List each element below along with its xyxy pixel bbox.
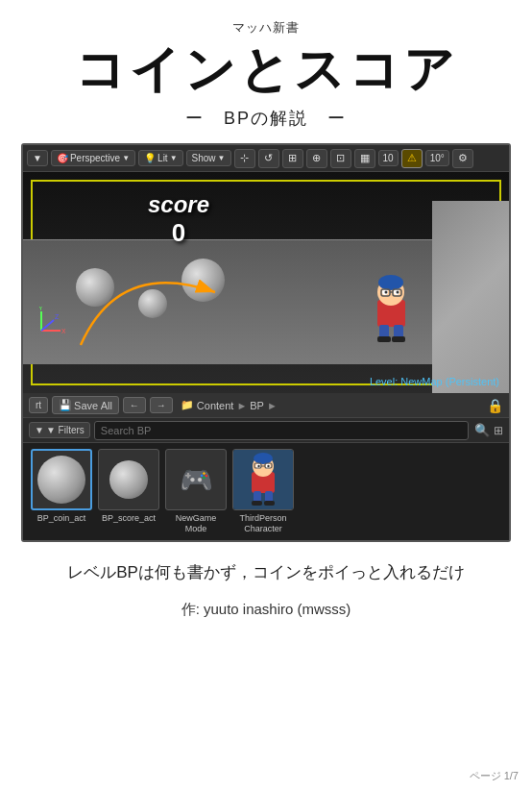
author-text: 作: yuuto inashiro (mwsss) <box>181 601 351 619</box>
asset-label-coin: BP_coin_act <box>37 513 86 524</box>
coin-sphere-thumb <box>37 456 85 504</box>
score-value: 0 <box>148 218 209 248</box>
perspective-label: Perspective <box>70 153 120 163</box>
forward-btn[interactable]: → <box>150 397 173 413</box>
show-label: Show <box>192 153 216 163</box>
svg-text:Z: Z <box>55 313 60 320</box>
breadcrumb: 📁 Content ► BP ► <box>181 399 278 411</box>
angle-num[interactable]: 10° <box>425 150 449 166</box>
show-arrow: ▼ <box>218 154 226 162</box>
asset-bp-coin-act[interactable]: BP_coin_act <box>29 449 94 534</box>
rotate-tool-btn[interactable]: ↺ <box>258 149 279 168</box>
breadcrumb-sep: ► <box>236 400 247 411</box>
move-tool-btn[interactable]: ⊹ <box>234 149 255 168</box>
score-label: score <box>148 191 209 218</box>
score-sphere-thumb <box>109 460 148 499</box>
toolbar-dropdown-btn[interactable]: ▼ <box>27 150 48 166</box>
lock-icon[interactable]: 🔒 <box>487 398 503 413</box>
snap-num[interactable]: 10 <box>378 150 399 166</box>
asset-third-person-char[interactable]: ThirdPersonCharacter <box>230 449 296 534</box>
asset-bp-score-act[interactable]: BP_score_act <box>96 449 161 534</box>
svg-point-23 <box>254 453 273 464</box>
character <box>360 273 423 345</box>
asset-grid: BP_coin_act BP_score_act 🎮 NewGameMode <box>23 443 509 540</box>
save-all-btn[interactable]: 💾 Save All <box>52 396 119 414</box>
svg-point-6 <box>385 291 388 294</box>
lit-arrow: ▼ <box>170 154 178 162</box>
viewport: score 0 <box>23 172 509 393</box>
score-display: score 0 <box>148 191 209 248</box>
perspective-arrow: ▼ <box>122 154 130 162</box>
page-number: ページ 1/7 <box>470 769 519 783</box>
search-input[interactable] <box>94 421 469 440</box>
grid-btn[interactable]: ▦ <box>354 149 375 168</box>
warn-btn[interactable]: ⚠ <box>401 149 423 168</box>
svg-point-26 <box>257 465 259 467</box>
coin-sphere-2 <box>138 289 167 318</box>
right-wall <box>432 201 509 393</box>
asset-label-newgame: NewGameMode <box>176 513 217 534</box>
char-thumb-svg <box>239 451 287 508</box>
asset-label-score: BP_score_act <box>102 513 156 524</box>
level-text: Level: <box>370 376 400 387</box>
svg-point-7 <box>397 291 399 294</box>
asset-label-char: ThirdPersonCharacter <box>239 513 286 534</box>
main-title: コインとスコア <box>75 42 458 97</box>
asset-thumb-char <box>232 449 294 510</box>
level-label: Level: NewMap (Persistent) <box>370 376 499 387</box>
asset-thumb-score <box>98 449 159 510</box>
coin-sphere-3 <box>181 259 225 302</box>
show-btn[interactable]: Show ▼ <box>186 150 231 166</box>
level-name: NewMap (Persistent) <box>400 376 499 387</box>
description-text: レベルBPは何も書かず，コインをポイっと入れるだけ <box>67 559 465 587</box>
content-browser-search-row: ▼ ▼ Filters 🔍 ⊞ <box>23 418 509 443</box>
content-label: Content <box>197 400 234 411</box>
svg-point-3 <box>378 275 403 290</box>
dropdown-arrow: ▼ <box>33 153 42 163</box>
filter-btn[interactable]: ▼ ▼ Filters <box>29 422 90 438</box>
perspective-btn[interactable]: 🎯 Perspective ▼ <box>51 150 135 166</box>
save-all-label: Save All <box>74 400 112 411</box>
bp-label: BP <box>250 400 264 411</box>
grid-view-icon[interactable]: ⊞ <box>494 424 503 437</box>
svg-text:X: X <box>61 328 65 334</box>
filter-icon: ▼ <box>35 425 44 435</box>
screenshot-wrapper: ▼ 🎯 Perspective ▼ 💡 Lit ▼ Show ▼ ⊹ ↺ ⊞ ⊕… <box>21 143 511 542</box>
folder-icon: 📁 <box>181 399 194 411</box>
settings-btn[interactable]: ⚙ <box>452 149 473 168</box>
filter-label: ▼ Filters <box>46 425 85 435</box>
svg-rect-13 <box>377 336 391 342</box>
asset-newgame-mode[interactable]: 🎮 NewGameMode <box>163 449 229 534</box>
undo-btn[interactable]: rt <box>29 397 48 413</box>
world-tool-btn[interactable]: ⊕ <box>306 149 327 168</box>
asset-thumb-coin <box>31 449 92 510</box>
subtitle: マッハ新書 <box>232 19 300 37</box>
svg-line-17 <box>41 320 54 331</box>
bp-section: ー BPの解説 ー <box>185 107 347 130</box>
content-browser-toolbar: rt 💾 Save All ← → 📁 Content ► BP ► 🔒 <box>23 393 509 418</box>
coin-sphere-1 <box>76 268 114 307</box>
svg-text:Y: Y <box>38 307 43 311</box>
gamepad-icon: 🎮 <box>180 464 213 496</box>
search-icon[interactable]: 🔍 <box>474 423 490 437</box>
viewport-toolbar: ▼ 🎯 Perspective ▼ 💡 Lit ▼ Show ▼ ⊹ ↺ ⊞ ⊕… <box>23 145 509 172</box>
snap-btn[interactable]: ⊡ <box>330 149 351 168</box>
breadcrumb-sep2: ► <box>267 400 278 411</box>
coordinate-axes: X Y Z <box>36 307 65 335</box>
svg-rect-33 <box>252 501 262 506</box>
lit-label: Lit <box>157 153 168 163</box>
svg-rect-14 <box>392 336 405 342</box>
asset-thumb-newgame: 🎮 <box>165 449 227 510</box>
back-btn[interactable]: ← <box>123 397 146 413</box>
svg-rect-34 <box>264 501 275 506</box>
lit-btn[interactable]: 💡 Lit ▼ <box>138 150 182 166</box>
svg-point-27 <box>267 465 269 467</box>
page-container: マッハ新書 コインとスコア ー BPの解説 ー ▼ 🎯 Perspective … <box>0 0 532 791</box>
scale-tool-btn[interactable]: ⊞ <box>282 149 303 168</box>
save-icon: 💾 <box>59 399 72 411</box>
char-thumb-bg <box>233 450 293 509</box>
